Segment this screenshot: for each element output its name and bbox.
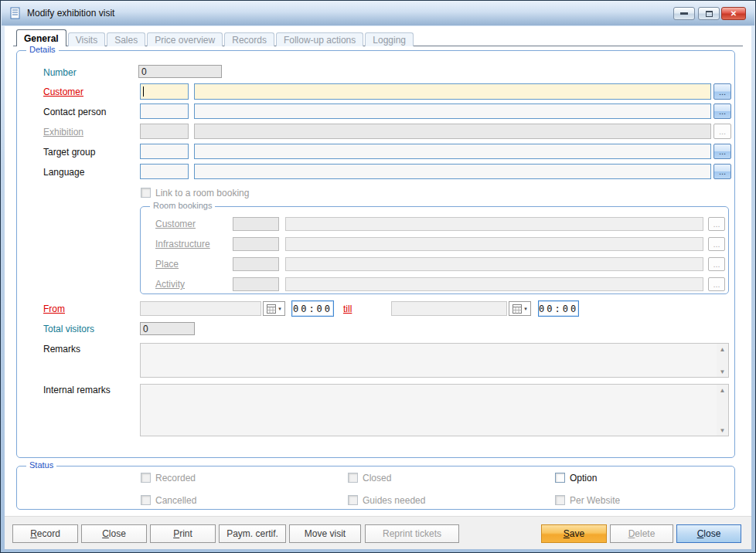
rb-infrastructure-name-input: [285, 237, 703, 251]
customer-name-input[interactable]: [194, 83, 711, 100]
title-bar[interactable]: Modify exhibition visit ✕: [2, 1, 754, 25]
from-calendar-button[interactable]: ▾: [263, 301, 285, 316]
modify-exhibition-visit-window: Modify exhibition visit ✕ General Visits…: [0, 0, 756, 553]
reprint-tickets-button[interactable]: Reprint tickets: [365, 524, 459, 543]
internal-remarks-textarea[interactable]: [140, 384, 729, 436]
closed-label: Closed: [363, 473, 391, 483]
tab-follow-up-actions[interactable]: Follow-up actions: [276, 32, 363, 46]
till-calendar-button[interactable]: ▾: [509, 301, 531, 316]
link-room-booking-label: Link to a room booking: [155, 188, 249, 198]
contact-person-name-input[interactable]: [194, 103, 711, 119]
language-code-input[interactable]: [140, 164, 189, 179]
contact-person-label: Contact person: [43, 107, 106, 117]
close-visit-button[interactable]: Close: [81, 524, 147, 543]
language-label: Language: [43, 167, 84, 178]
guides-needed-label: Guides needed: [363, 495, 425, 506]
document-icon: [9, 7, 22, 19]
payment-certificate-button[interactable]: Paym. certif.: [219, 524, 286, 543]
save-button[interactable]: Save: [541, 524, 607, 543]
rb-activity-name-input: [285, 277, 703, 291]
dropdown-arrow-icon: ▾: [278, 306, 281, 312]
calendar-icon: [513, 304, 523, 314]
move-visit-button[interactable]: Move visit: [289, 524, 361, 543]
target-group-label: Target group: [43, 147, 95, 158]
language-browse-button[interactable]: ...: [713, 164, 731, 179]
internal-remarks-label: Internal remarks: [43, 385, 111, 395]
customer-label[interactable]: Customer: [43, 87, 83, 97]
rb-activity-code-input: [233, 277, 279, 291]
target-group-code-input[interactable]: [140, 144, 189, 159]
tab-general[interactable]: General: [16, 29, 66, 46]
tab-logging[interactable]: Logging: [365, 32, 414, 46]
close-button[interactable]: Close: [676, 524, 741, 543]
internal-remarks-scrollbar[interactable]: ▲ ▼: [717, 385, 728, 436]
close-icon: ✕: [730, 9, 737, 18]
rb-activity-browse-button: ...: [708, 277, 725, 291]
rb-place-name-input: [285, 257, 703, 271]
number-label: Number: [43, 67, 77, 78]
tab-sales[interactable]: Sales: [107, 32, 145, 46]
recorded-checkbox: [141, 473, 151, 483]
recorded-label: Recorded: [155, 473, 196, 483]
link-room-booking-checkbox: [141, 188, 151, 198]
dropdown-arrow-icon: ▾: [524, 306, 527, 312]
tab-records[interactable]: Records: [224, 32, 274, 46]
remarks-textarea[interactable]: [140, 343, 729, 378]
contact-person-code-input[interactable]: [140, 103, 189, 119]
rb-place-browse-button: ...: [708, 257, 725, 271]
rb-place-label: Place: [155, 259, 179, 270]
rb-customer-browse-button: ...: [708, 217, 725, 231]
status-legend: Status: [26, 460, 56, 470]
window-title: Modify exhibition visit: [27, 8, 114, 19]
close-window-button[interactable]: ✕: [721, 7, 746, 20]
calendar-icon: [267, 304, 277, 314]
exhibition-browse-button: ...: [713, 124, 731, 139]
till-label[interactable]: till: [343, 304, 352, 314]
customer-browse-button[interactable]: ...: [713, 83, 731, 100]
delete-button[interactable]: Delete: [610, 524, 673, 543]
remarks-scrollbar[interactable]: ▲ ▼: [717, 344, 728, 377]
from-label[interactable]: From: [43, 304, 65, 314]
minimize-button[interactable]: [673, 7, 695, 20]
maximize-icon: [706, 11, 713, 17]
rb-customer-label: Customer: [155, 219, 196, 229]
total-visitors-label: Total visitors: [43, 324, 94, 334]
rb-place-code-input: [233, 257, 279, 271]
rb-infrastructure-code-input: [233, 237, 279, 251]
exhibition-label: Exhibition: [43, 127, 83, 137]
scroll-down-icon[interactable]: ▼: [717, 425, 728, 436]
maximize-button[interactable]: [698, 7, 720, 20]
rb-customer-code-input: [233, 217, 279, 231]
contact-person-browse-button[interactable]: ...: [713, 103, 731, 119]
text-caret: [143, 87, 144, 97]
scroll-up-icon[interactable]: ▲: [717, 344, 728, 355]
target-group-name-input[interactable]: [194, 144, 711, 159]
number-input: [138, 65, 222, 78]
till-date-input: [391, 301, 507, 316]
rb-activity-label: Activity: [155, 279, 185, 290]
print-button[interactable]: Print: [150, 524, 216, 543]
rb-infrastructure-browse-button: ...: [708, 237, 725, 251]
customer-code-input[interactable]: [140, 83, 189, 100]
per-website-label: Per Website: [570, 495, 620, 506]
remarks-label: Remarks: [43, 344, 80, 355]
from-time-input[interactable]: [291, 300, 334, 317]
scroll-down-icon[interactable]: ▼: [717, 366, 728, 377]
tab-price-overview[interactable]: Price overview: [147, 32, 223, 46]
till-time-input[interactable]: [538, 300, 579, 317]
exhibition-name-input: [194, 124, 711, 139]
option-label[interactable]: Option: [570, 473, 597, 483]
exhibition-code-input: [140, 124, 189, 139]
closed-checkbox: [348, 473, 358, 483]
guides-needed-checkbox: [348, 495, 358, 505]
scroll-up-icon[interactable]: ▲: [717, 385, 728, 395]
tab-strip: General Visits Sales Price overview Reco…: [16, 29, 414, 46]
cancelled-label: Cancelled: [155, 495, 196, 506]
option-checkbox[interactable]: [555, 473, 565, 483]
target-group-browse-button[interactable]: ...: [713, 144, 731, 159]
tab-visits[interactable]: Visits: [68, 32, 105, 46]
cancelled-checkbox: [141, 495, 151, 505]
total-visitors-input: [140, 322, 195, 335]
language-name-input[interactable]: [194, 164, 711, 179]
record-button[interactable]: Record: [12, 524, 78, 543]
